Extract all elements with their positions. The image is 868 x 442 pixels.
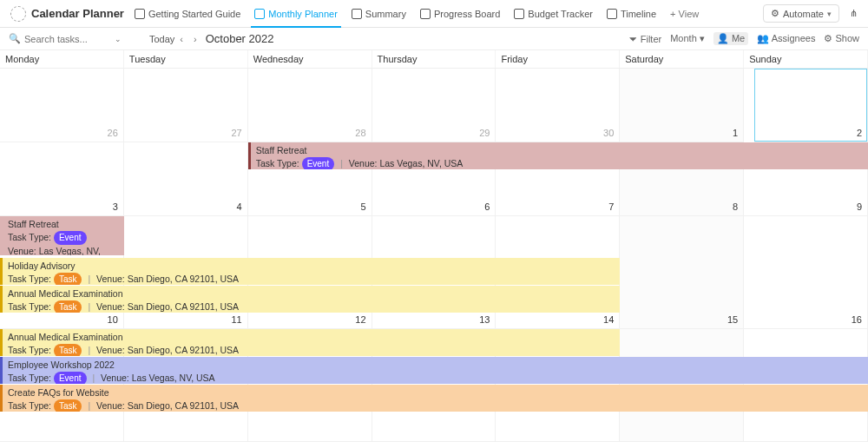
calendar-icon — [254, 9, 265, 19]
event-bar-faqs[interactable]: Create FAQs for Website Task Type: Task … — [0, 385, 868, 412]
view-mode-button[interactable]: Month ▾ — [670, 33, 705, 44]
task-type-label: Task Type: — [8, 232, 51, 242]
venue-value: San Diego, CA 92101, USA — [128, 345, 239, 355]
table-icon — [514, 9, 524, 19]
chevron-down-icon: ▾ — [827, 10, 832, 18]
day-header: Friday — [496, 50, 620, 68]
tab-label: Getting Started Guide — [148, 9, 240, 19]
tab-timeline[interactable]: Timeline — [600, 0, 663, 28]
event-title: Annual Medical Examination — [8, 287, 615, 300]
share-icon[interactable]: ⋔ — [845, 5, 863, 22]
chevron-down-icon[interactable]: ⌄ — [115, 35, 122, 43]
day-header: Saturday — [620, 50, 744, 68]
venue-label: Venue: — [96, 400, 125, 411]
task-type-tag: Task — [54, 399, 82, 412]
today-button[interactable]: Today — [149, 34, 174, 44]
calendar-cell[interactable]: 3 — [0, 142, 124, 216]
event-title: Create FAQs for Website — [8, 386, 863, 399]
tab-summary[interactable]: Summary — [345, 0, 413, 28]
calendar-cell[interactable]: 4 — [124, 142, 248, 216]
venue-label: Venue: — [101, 373, 129, 383]
day-header: Monday — [0, 50, 124, 68]
tab-label: Monthly Planner — [268, 9, 338, 19]
event-title: Staff Retreat — [8, 218, 119, 230]
event-bar-annual-medical[interactable]: Annual Medical Examination Task Type: Ta… — [0, 286, 620, 313]
venue-value: San Diego, CA 92101, USA — [128, 301, 239, 312]
task-type-label: Task Type: — [8, 373, 51, 383]
show-button[interactable]: ⚙ Show — [824, 33, 859, 44]
prev-month-button[interactable]: ‹ — [174, 34, 188, 44]
calendar-cell[interactable]: 28 — [248, 69, 372, 142]
search-input[interactable] — [24, 34, 111, 44]
venue-label: Venue: — [96, 274, 125, 284]
board-icon — [420, 9, 431, 19]
day-header: Thursday — [372, 50, 496, 68]
event-bar-staff-retreat[interactable]: Staff Retreat Task Type: Event | Venue: … — [248, 142, 868, 169]
doc-icon — [135, 9, 145, 19]
list-icon — [352, 9, 362, 19]
tab-label: Timeline — [621, 9, 656, 19]
calendar-cell[interactable]: 16 — [744, 216, 868, 329]
event-title: Holiday Advisory — [8, 260, 615, 272]
tab-progress-board[interactable]: Progress Board — [413, 0, 507, 28]
task-type-label: Task Type: — [8, 274, 51, 284]
task-type-tag: Task — [54, 300, 82, 313]
filter-button[interactable]: ⏷ Filter — [628, 34, 662, 44]
day-header: Tuesday — [124, 50, 248, 68]
event-title: Employee Workshop 2022 — [8, 359, 863, 371]
venue-value: Las Vegas, NV, USA — [132, 373, 215, 383]
day-header: Wednesday — [248, 50, 372, 68]
task-type-label: Task Type: — [8, 345, 51, 355]
event-bar-annual-medical-cont[interactable]: Annual Medical Examination Task Type: Ta… — [0, 329, 620, 356]
calendar-cell[interactable]: 30 — [496, 69, 620, 142]
tab-label: Progress Board — [434, 9, 500, 19]
label: + View — [670, 9, 699, 19]
me-toggle[interactable]: 👤 Me — [713, 32, 748, 45]
event-bar-workshop[interactable]: Employee Workshop 2022 Task Type: Event … — [0, 357, 868, 384]
task-type-tag: Event — [54, 231, 87, 245]
search-icon: 🔍 — [9, 33, 21, 44]
automate-button[interactable]: ⚙Automate▾ — [763, 4, 839, 23]
app-icon — [10, 6, 26, 22]
venue-label: Venue: — [96, 345, 125, 355]
calendar-cell[interactable]: 15 — [620, 216, 744, 329]
assignees-button[interactable]: 👥 Assignees — [757, 33, 815, 44]
calendar-cell[interactable]: 26 — [0, 69, 124, 142]
calendar-grid: 26 27 28 29 30 1 2 3 4 5 6 7 8 9 10 11 1… — [0, 69, 868, 442]
next-month-button[interactable]: › — [188, 34, 202, 44]
tab-label: Budget Tracker — [528, 9, 593, 19]
robot-icon: ⚙ — [771, 8, 779, 19]
app-title: Calendar Planner — [31, 7, 124, 20]
day-header: Sunday — [744, 50, 868, 68]
calendar-cell[interactable]: 1 — [620, 69, 744, 142]
event-title: Annual Medical Examination — [8, 331, 615, 343]
timeline-icon — [607, 9, 617, 19]
task-type-tag: Task — [54, 273, 82, 285]
event-title: Staff Retreat — [256, 144, 863, 156]
tab-label: Summary — [365, 9, 406, 19]
search-input-wrap[interactable]: 🔍 ⌄ — [9, 33, 139, 44]
calendar-cell[interactable]: 27 — [124, 69, 248, 142]
tab-getting-started[interactable]: Getting Started Guide — [128, 0, 247, 28]
month-label: October 2022 — [206, 32, 274, 45]
add-view-button[interactable]: + View — [663, 9, 706, 19]
task-type-tag: Task — [54, 344, 82, 356]
venue-label: Venue: — [96, 301, 125, 312]
calendar-day-headers: Monday Tuesday Wednesday Thursday Friday… — [0, 50, 868, 69]
calendar-cell[interactable]: 29 — [372, 69, 496, 142]
event-bar-staff-retreat-cont[interactable]: Staff Retreat Task Type: Event Venue: La… — [0, 216, 124, 255]
tab-budget-tracker[interactable]: Budget Tracker — [507, 0, 600, 28]
venue-value: San Diego, CA 92101, USA — [128, 400, 239, 411]
event-bar-holiday-advisory[interactable]: Holiday Advisory Task Type: Task | Venue… — [0, 258, 620, 285]
calendar-toolbar: 🔍 ⌄ Today ‹ › October 2022 ⏷ Filter Mont… — [0, 28, 868, 50]
tab-monthly-planner[interactable]: Monthly Planner — [247, 0, 345, 28]
task-type-label: Task Type: — [8, 400, 51, 411]
venue-value: Las Vegas, NV, USA — [379, 158, 463, 168]
calendar-cell-today[interactable]: 2 — [754, 69, 868, 142]
venue-value: San Diego, CA 92101, USA — [128, 274, 239, 284]
label: Automate — [783, 9, 824, 19]
task-type-tag: Event — [54, 372, 87, 384]
right-controls: ⏷ Filter Month ▾ 👤 Me 👥 Assignees ⚙ Show — [628, 32, 859, 45]
venue-label: Venue: — [8, 246, 36, 255]
task-type-label: Task Type: — [256, 158, 299, 168]
